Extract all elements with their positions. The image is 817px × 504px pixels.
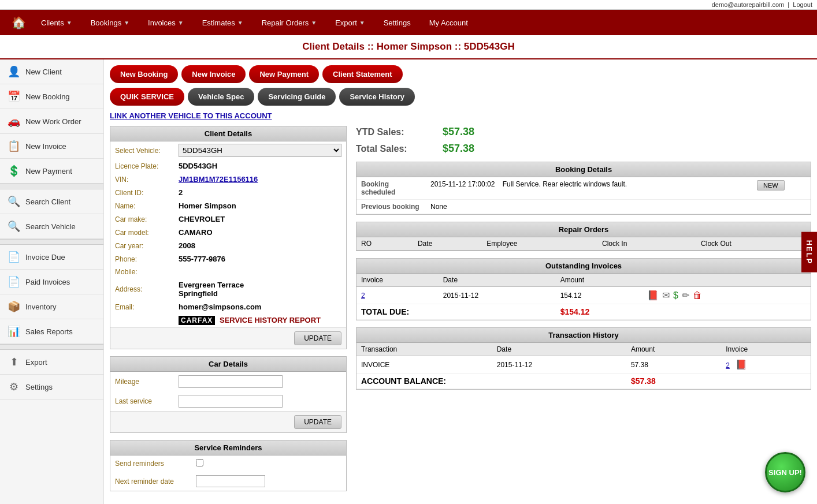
booking-new-button[interactable]: NEW bbox=[757, 180, 785, 191]
pdf-icon[interactable]: 📕 bbox=[647, 290, 659, 301]
carfax-logo: CARFAX bbox=[179, 316, 215, 325]
ro-col-clock-in: Clock In bbox=[597, 237, 696, 251]
new-invoice-button[interactable]: New Invoice bbox=[181, 65, 246, 83]
car-details-table: Mileage Last service 0000-00-00 bbox=[110, 372, 346, 411]
nav-settings[interactable]: Settings bbox=[374, 10, 420, 35]
table-row: Booking scheduled 2015-11-12 17:00:02 Fu… bbox=[356, 177, 811, 200]
two-col-layout: Client Details Select Vehicle: 5DD543GH bbox=[110, 126, 811, 498]
main-layout: 👤 New Client 📅 New Booking 🚗 New Work Or… bbox=[0, 59, 817, 504]
new-client-icon: 👤 bbox=[7, 65, 21, 78]
sidebar-label-new-payment: New Payment bbox=[25, 167, 72, 176]
client-update-row: UPDATE bbox=[110, 327, 346, 349]
new-payment-button[interactable]: New Payment bbox=[249, 65, 319, 83]
address-label: Address: bbox=[110, 278, 174, 300]
inv-number: 2 bbox=[356, 287, 439, 304]
tab-vehicle-spec[interactable]: Vehicle Spec bbox=[188, 88, 255, 106]
sidebar-label-paid-invoices: Paid Invoices bbox=[25, 278, 70, 286]
sidebar-label-new-work-order: New Work Order bbox=[25, 117, 81, 126]
signup-button[interactable]: SIGN UP! bbox=[765, 452, 805, 492]
nav-estimates[interactable]: Estimates ▼ bbox=[193, 10, 252, 35]
trans-invoice: 2 📕 bbox=[721, 356, 811, 374]
trans-invoice-link[interactable]: 2 bbox=[726, 361, 730, 369]
sidebar-item-sales-reports[interactable]: 📊 Sales Reports bbox=[0, 319, 103, 344]
sidebar-item-invoice-due[interactable]: 📄 Invoice Due bbox=[0, 245, 103, 270]
inv-number-link[interactable]: 2 bbox=[361, 292, 365, 300]
invoices-arrow: ▼ bbox=[178, 20, 184, 26]
sidebar-item-new-invoice[interactable]: 📋 New Invoice bbox=[0, 134, 103, 159]
select-vehicle-dropdown[interactable]: 5DD543GH bbox=[179, 144, 341, 157]
sidebar-label-search-client: Search Client bbox=[25, 197, 70, 206]
export-arrow: ▼ bbox=[359, 20, 365, 26]
mail-icon[interactable]: ✉ bbox=[662, 290, 670, 301]
payment-icon[interactable]: $ bbox=[673, 290, 678, 301]
table-row: Transaction Date Amount Invoice bbox=[356, 343, 811, 356]
sidebar-item-new-work-order[interactable]: 🚗 New Work Order bbox=[0, 109, 103, 134]
edit-icon[interactable]: ✏ bbox=[682, 290, 689, 301]
service-reminders-table: Send reminders Next reminder date bbox=[110, 456, 346, 491]
logout-link[interactable]: Logout bbox=[793, 1, 812, 8]
ro-col-employee: Employee bbox=[482, 237, 597, 251]
new-booking-button[interactable]: New Booking bbox=[110, 65, 178, 83]
sidebar-item-export[interactable]: ⬆ Export bbox=[0, 350, 103, 375]
trans-type: INVOICE bbox=[356, 356, 492, 374]
client-details-header: Client Details bbox=[110, 126, 346, 141]
transaction-history-tbody: INVOICE 2015-11-12 57.38 2 📕 bbox=[356, 356, 811, 389]
trans-date: 2015-11-12 bbox=[492, 356, 626, 374]
sidebar-label-new-invoice: New Invoice bbox=[25, 142, 66, 151]
tab-servicing-guide[interactable]: Servicing Guide bbox=[258, 88, 336, 106]
home-button[interactable]: 🏠 bbox=[6, 12, 32, 33]
client-statement-button[interactable]: Client Statement bbox=[322, 65, 403, 83]
mileage-label: Mileage bbox=[110, 372, 174, 391]
client-update-button[interactable]: UPDATE bbox=[294, 331, 341, 345]
sidebar-item-settings[interactable]: ⚙ Settings bbox=[0, 375, 103, 400]
mileage-input[interactable] bbox=[179, 375, 283, 388]
tab-quik-service[interactable]: QUIK SERVICE bbox=[110, 88, 184, 106]
help-tab[interactable]: HELP bbox=[801, 232, 817, 272]
sidebar-item-inventory[interactable]: 📦 Inventory bbox=[0, 294, 103, 319]
carfax-link[interactable]: SERVICE HISTORY REPORT bbox=[220, 316, 321, 324]
nav-clients[interactable]: Clients ▼ bbox=[32, 10, 81, 35]
car-update-button[interactable]: UPDATE bbox=[294, 415, 341, 429]
repair-orders-arrow: ▼ bbox=[311, 20, 317, 26]
content-area: New Booking New Invoice New Payment Clie… bbox=[104, 59, 817, 504]
vin-link[interactable]: JM1BM1M72E1156116 bbox=[179, 175, 258, 184]
total-due-label: TOTAL DUE: bbox=[356, 304, 556, 320]
outstanding-invoices-body: Invoice Date Amount 2 2015-11-12 bbox=[356, 274, 811, 320]
left-column: Client Details Select Vehicle: 5DD543GH bbox=[110, 126, 347, 498]
send-reminders-checkbox[interactable] bbox=[196, 459, 203, 466]
next-reminder-input[interactable] bbox=[196, 475, 265, 487]
nav-export[interactable]: Export ▼ bbox=[326, 10, 374, 35]
last-service-cell: 0000-00-00 bbox=[174, 391, 346, 411]
delete-icon[interactable]: 🗑 bbox=[693, 290, 702, 301]
sidebar-item-new-client[interactable]: 👤 New Client bbox=[0, 59, 103, 84]
sidebar-divider-2 bbox=[0, 239, 103, 245]
nav-repair-orders[interactable]: Repair Orders ▼ bbox=[252, 10, 326, 35]
sidebar-item-search-vehicle[interactable]: 🔍 Search Vehicle bbox=[0, 214, 103, 239]
table-row: 2 2015-11-12 154.12 📕 ✉ $ ✏ bbox=[356, 287, 811, 304]
sidebar-item-new-booking[interactable]: 📅 New Booking bbox=[0, 84, 103, 109]
link-another-vehicle[interactable]: LINK ANOTHER VEHICLE TO THIS ACCOUNT bbox=[110, 111, 811, 120]
nav-my-account[interactable]: My Account bbox=[420, 10, 477, 35]
client-details-panel: Client Details Select Vehicle: 5DD543GH bbox=[110, 126, 347, 349]
nav-invoices[interactable]: Invoices ▼ bbox=[139, 10, 193, 35]
service-reminders-header: Service Reminders bbox=[110, 440, 346, 456]
previous-booking-label: Previous booking bbox=[356, 200, 426, 214]
transaction-history-header: Transaction History bbox=[356, 328, 811, 343]
table-row: VIN: JM1BM1M72E1156116 bbox=[110, 173, 346, 186]
sidebar-item-paid-invoices[interactable]: 📄 Paid Invoices bbox=[0, 270, 103, 294]
nav-bookings[interactable]: Bookings ▼ bbox=[81, 10, 139, 35]
car-details-panel: Car Details Mileage Last service bbox=[110, 356, 347, 433]
table-row: Invoice Date Amount bbox=[356, 274, 811, 287]
last-service-input[interactable]: 0000-00-00 bbox=[179, 395, 283, 408]
car-make-value: CHEVROLET bbox=[174, 212, 346, 226]
last-service-label: Last service bbox=[110, 391, 174, 411]
tab-service-history[interactable]: Service History bbox=[339, 88, 415, 106]
clients-arrow: ▼ bbox=[66, 20, 72, 26]
sidebar-item-search-client[interactable]: 🔍 Search Client bbox=[0, 189, 103, 214]
invoice-due-icon: 📄 bbox=[7, 251, 21, 263]
table-row: Car model: CAMARO bbox=[110, 226, 346, 239]
outstanding-invoices-tbody: 2 2015-11-12 154.12 📕 ✉ $ ✏ bbox=[356, 287, 811, 320]
sidebar-item-new-payment[interactable]: 💲 New Payment bbox=[0, 159, 103, 184]
trans-pdf-icon[interactable]: 📕 bbox=[736, 360, 747, 369]
next-reminder-label: Next reminder date bbox=[110, 472, 191, 491]
